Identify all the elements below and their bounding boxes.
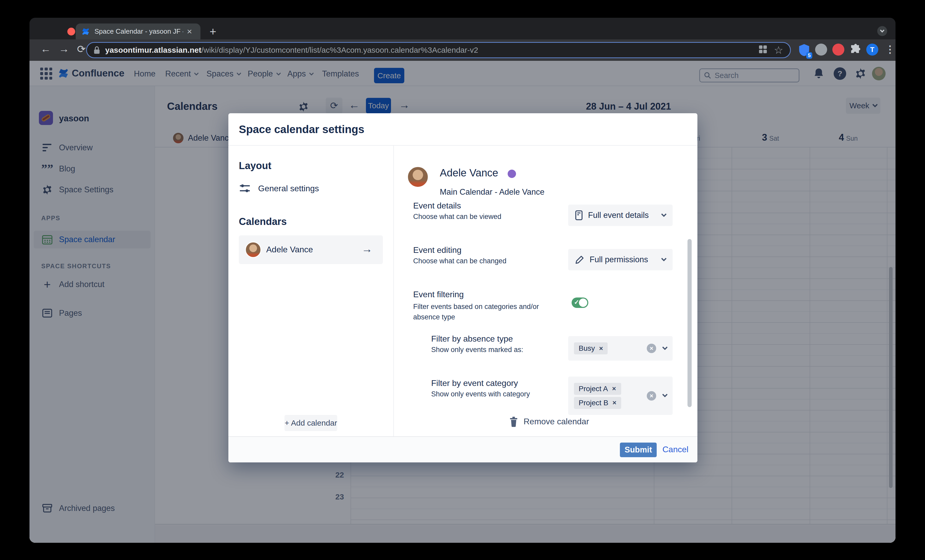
owner-calendar-subtitle: Main Calendar - Adele Vance xyxy=(440,187,544,197)
remove-calendar-button[interactable]: Remove calendar xyxy=(509,416,589,427)
browser-window: Space Calendar - yasoon JF - ( × + ← → ⟳… xyxy=(30,18,895,543)
modal-title: Space calendar settings xyxy=(239,123,365,136)
chevron-down-icon xyxy=(662,392,667,397)
traffic-light-close[interactable] xyxy=(67,28,75,36)
add-calendar-button[interactable]: + Add calendar xyxy=(285,415,337,431)
absence-type-multiselect[interactable]: Busy × × xyxy=(568,336,673,361)
space-calendar-settings-modal: Space calendar settings Layout General s… xyxy=(228,113,698,462)
sliders-icon xyxy=(239,183,251,194)
calendar-color-dot xyxy=(508,170,516,178)
red-extension-icon[interactable] xyxy=(832,44,844,56)
modal-footer: Submit Cancel xyxy=(228,436,698,462)
modal-header: Space calendar settings xyxy=(228,113,698,146)
filter-absence-desc: Show only events marked as: xyxy=(431,346,523,354)
forward-button[interactable]: → xyxy=(59,43,69,55)
filter-category-desc: Show only events with category xyxy=(431,390,530,398)
event-editing-title: Event editing xyxy=(413,245,461,255)
pencil-icon xyxy=(575,255,585,264)
column-divider xyxy=(393,146,394,436)
tag-label: Busy xyxy=(579,344,595,352)
reload-button[interactable]: ⟳ xyxy=(77,43,86,55)
clear-all-icon[interactable]: × xyxy=(647,344,656,353)
event-filtering-toggle[interactable]: ✓ xyxy=(572,298,588,308)
bookmark-star-icon[interactable]: ☆ xyxy=(774,44,783,56)
tag-label: Project A xyxy=(579,385,608,393)
lock-icon xyxy=(93,46,101,54)
event-details-dropdown[interactable]: Full event details xyxy=(568,205,673,226)
event-details-desc: Choose what can be viewed xyxy=(413,213,502,221)
calendar-item-name: Adele Vance xyxy=(266,245,313,254)
chevron-down-icon xyxy=(661,256,667,261)
calendar-list-item[interactable]: Adele Vance → xyxy=(239,235,383,264)
tag-label: Project B xyxy=(579,399,609,407)
chevron-down-icon xyxy=(662,345,667,350)
event-editing-value: Full permissions xyxy=(590,255,648,264)
tab-title: Space Calendar - yasoon JF - ( xyxy=(95,27,183,36)
tag-busy[interactable]: Busy × xyxy=(574,342,608,354)
category-multiselect[interactable]: Project A × Project B × × xyxy=(568,376,673,415)
browser-profile-avatar[interactable]: T xyxy=(866,44,878,56)
url-path: /wiki/display/YJ/customcontent/list/ac%3… xyxy=(201,46,478,54)
remove-calendar-label: Remove calendar xyxy=(524,417,589,426)
tag-project-a[interactable]: Project A × xyxy=(574,383,621,395)
event-details-title: Event details xyxy=(413,201,461,211)
avatar xyxy=(245,242,261,258)
check-icon: ✓ xyxy=(574,298,579,306)
tag-remove-icon[interactable]: × xyxy=(599,345,603,352)
puzzle-extensions-icon[interactable] xyxy=(849,44,862,56)
shield-badge: 5 xyxy=(806,52,812,59)
calendars-heading: Calendars xyxy=(239,216,287,227)
browser-tabstrip: Space Calendar - yasoon JF - ( × + xyxy=(30,18,895,39)
event-editing-dropdown[interactable]: Full permissions xyxy=(568,249,673,270)
tab-groups-icon[interactable] xyxy=(758,44,768,54)
filter-absence-title: Filter by absence type xyxy=(431,334,513,344)
trash-icon xyxy=(509,416,518,427)
arrow-right-icon[interactable]: → xyxy=(362,243,372,255)
owner-avatar xyxy=(407,166,429,188)
tag-remove-icon[interactable]: × xyxy=(612,385,616,393)
clear-all-icon[interactable]: × xyxy=(647,391,656,400)
submit-button[interactable]: Submit xyxy=(620,443,657,457)
tab-close-icon[interactable]: × xyxy=(187,26,192,36)
page-content: Confluence Home Recent Spaces People App… xyxy=(30,61,895,543)
address-bar[interactable]: yasoontimur.atlassian.net/wiki/display/Y… xyxy=(86,42,791,58)
new-tab-button[interactable]: + xyxy=(209,25,216,38)
shield-extension-icon[interactable]: 5 xyxy=(798,44,810,58)
event-details-value: Full event details xyxy=(588,211,649,220)
toggle-knob xyxy=(579,298,587,307)
browser-toolbar: ← → ⟳ yasoontimur.atlassian.net/wiki/dis… xyxy=(30,39,895,61)
tag-remove-icon[interactable]: × xyxy=(613,399,616,407)
event-filtering-desc: Filter events based on categories and/or… xyxy=(413,301,565,322)
modal-scrollbar[interactable] xyxy=(687,239,691,407)
cancel-button[interactable]: Cancel xyxy=(663,445,688,454)
browser-menu-icon[interactable]: ⋮ xyxy=(885,44,895,55)
filter-category-title: Filter by event category xyxy=(431,378,518,388)
layout-heading: Layout xyxy=(239,160,271,172)
browser-tab[interactable]: Space Calendar - yasoon JF - ( × xyxy=(76,24,200,39)
event-filtering-title: Event filtering xyxy=(413,290,464,299)
event-editing-desc: Choose what can be changed xyxy=(413,257,506,265)
event-details-icon xyxy=(575,210,583,220)
gray-extension-icon[interactable] xyxy=(815,44,827,56)
back-button[interactable]: ← xyxy=(41,43,51,55)
chevron-down-icon xyxy=(661,211,667,217)
browser-profile-chevron-icon[interactable] xyxy=(877,26,887,36)
general-settings-item[interactable]: General settings xyxy=(239,183,319,194)
owner-name: Adele Vance xyxy=(440,167,498,179)
url-domain: yasoontimur.atlassian.net xyxy=(105,46,201,54)
tag-project-b[interactable]: Project B × xyxy=(574,397,621,409)
confluence-favicon xyxy=(81,27,90,36)
